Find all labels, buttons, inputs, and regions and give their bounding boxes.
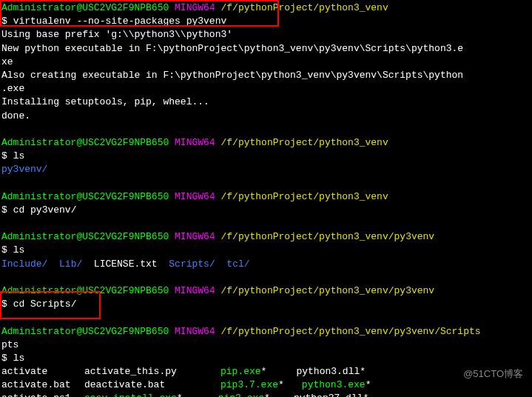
command-line: $ cd py3venv/ [1, 204, 531, 217]
prompt-line: Administrator@USC2VG2F9NPB650 MINGW64 /f… [1, 325, 531, 338]
watermark: @51CTO博客 [463, 367, 523, 381]
output-line: Also creating executable in F:\pythonPro… [1, 69, 531, 82]
output-line: Using base prefix 'g:\\python3\\python3' [1, 28, 531, 41]
file-row: activate.ps1easy_install.exe*pip3.exe*py… [1, 392, 531, 397]
output-line: xe [1, 56, 531, 69]
blank-line [1, 271, 531, 284]
ls-output: py3venv/ [1, 163, 531, 176]
blank-line [1, 123, 531, 136]
highlight-box [0, 0, 279, 27]
command-line: $ ls [1, 352, 531, 365]
output-line: New python executable in F:\pythonProjec… [1, 42, 531, 56]
prompt-line: Administrator@USC2VG2F9NPB650 MINGW64 /f… [1, 190, 531, 204]
prompt-line: Administrator@USC2VG2F9NPB650 MINGW64 /f… [1, 136, 531, 150]
blank-line [1, 176, 531, 190]
ls-output: Include/ Lib/ LICENSE.txt Scripts/ tcl/ [1, 258, 531, 271]
output-line: done. [1, 110, 531, 123]
cd-cmd: cd py3venv/ [13, 204, 77, 216]
ls-cmd: ls [13, 150, 25, 161]
command-line: $ ls [1, 244, 531, 257]
output-line: pts [1, 338, 531, 352]
terminal[interactable]: Administrator@USC2VG2F9NPB650 MINGW64 /f… [1, 1, 531, 397]
file-row: activate.batdeactivate.batpip3.7.exe*pyt… [1, 378, 531, 392]
file-row: activateactivate_this.pypip.exe*python3.… [1, 365, 531, 378]
output-line: .exe [1, 82, 531, 96]
dir-py3venv: py3venv/ [1, 164, 47, 175]
blank-line [1, 217, 531, 230]
prompt-line: Administrator@USC2VG2F9NPB650 MINGW64 /f… [1, 230, 531, 244]
command-line: $ ls [1, 150, 531, 163]
output-line: Installing setuptools, pip, wheel... [1, 96, 531, 109]
highlight-box [0, 291, 101, 319]
